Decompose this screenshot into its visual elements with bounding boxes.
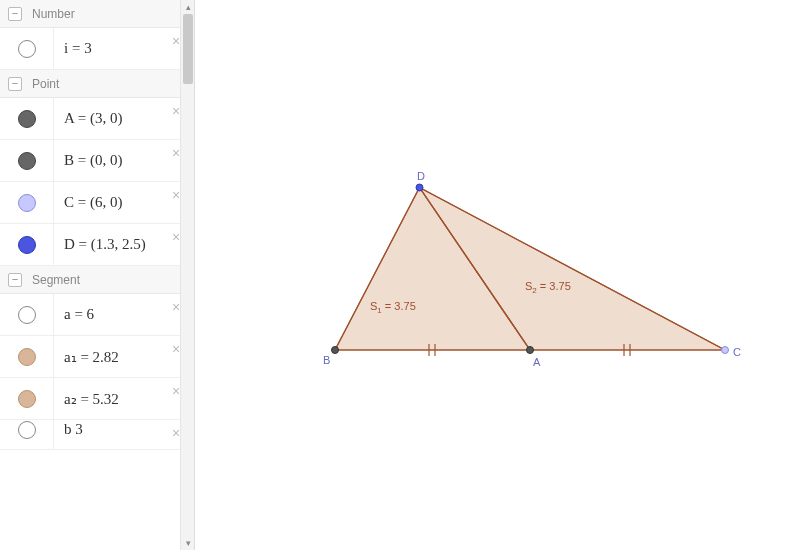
svg-point-5 xyxy=(527,347,534,354)
swatch-icon xyxy=(18,421,36,439)
label-c: C xyxy=(733,346,741,358)
list-item[interactable]: C = (6, 0) × xyxy=(0,182,194,224)
swatch-icon xyxy=(18,110,36,128)
list-item[interactable]: B = (0, 0) × xyxy=(0,140,194,182)
scroll-up-icon[interactable]: ▴ xyxy=(181,0,195,14)
group-title: Point xyxy=(32,77,59,91)
label-b: B xyxy=(323,354,330,366)
list-item[interactable]: a₁ = 2.82 × xyxy=(0,336,194,378)
swatch-icon xyxy=(18,306,36,324)
list-item[interactable]: a = 6 × xyxy=(0,294,194,336)
svg-point-4 xyxy=(332,347,339,354)
point-a[interactable] xyxy=(527,347,534,354)
swatch-icon xyxy=(18,194,36,212)
collapse-icon[interactable]: − xyxy=(8,77,22,91)
group-title: Segment xyxy=(32,273,80,287)
list-item[interactable]: a₂ = 5.32 × xyxy=(0,378,194,420)
visibility-toggle[interactable] xyxy=(0,98,54,139)
collapse-icon[interactable]: − xyxy=(8,273,22,287)
sidebar-scroll-area[interactable]: − Number i = 3 × − Point A = (3, 0) × B … xyxy=(0,0,194,550)
graphics-view[interactable]: B A C D S1 = 3.75 S2 = 3.75 xyxy=(195,0,800,550)
svg-point-6 xyxy=(722,347,729,354)
list-item[interactable]: D = (1.3, 2.5) × xyxy=(0,224,194,266)
point-c[interactable] xyxy=(722,347,729,354)
visibility-toggle[interactable] xyxy=(0,28,54,69)
swatch-icon xyxy=(18,348,36,366)
swatch-icon xyxy=(18,236,36,254)
visibility-toggle[interactable] xyxy=(0,224,54,265)
visibility-toggle[interactable] xyxy=(0,378,54,419)
label-a: A xyxy=(533,356,541,368)
scroll-down-icon[interactable]: ▾ xyxy=(181,536,195,550)
list-item[interactable]: b 3 × xyxy=(0,420,194,450)
visibility-toggle[interactable] xyxy=(0,182,54,223)
diagram-svg: B A C D S1 = 3.75 S2 = 3.75 xyxy=(195,0,800,550)
svg-point-7 xyxy=(416,184,423,191)
group-title: Number xyxy=(32,7,75,21)
list-item[interactable]: A = (3, 0) × xyxy=(0,98,194,140)
group-header-number[interactable]: − Number xyxy=(0,0,194,28)
group-header-segment[interactable]: − Segment xyxy=(0,266,194,294)
collapse-icon[interactable]: − xyxy=(8,7,22,21)
scroll-thumb[interactable] xyxy=(183,14,193,84)
sidebar-scrollbar[interactable]: ▴ ▾ xyxy=(180,0,194,550)
visibility-toggle[interactable] xyxy=(0,294,54,335)
list-item[interactable]: i = 3 × xyxy=(0,28,194,70)
group-header-point[interactable]: − Point xyxy=(0,70,194,98)
swatch-icon xyxy=(18,40,36,58)
point-d[interactable] xyxy=(416,184,423,191)
app-root: − Number i = 3 × − Point A = (3, 0) × B … xyxy=(0,0,800,550)
point-b[interactable] xyxy=(332,347,339,354)
visibility-toggle[interactable] xyxy=(0,336,54,377)
visibility-toggle[interactable] xyxy=(0,140,54,181)
swatch-icon xyxy=(18,152,36,170)
swatch-icon xyxy=(18,390,36,408)
algebra-sidebar: − Number i = 3 × − Point A = (3, 0) × B … xyxy=(0,0,195,550)
label-d: D xyxy=(417,170,425,182)
visibility-toggle[interactable] xyxy=(0,420,54,449)
